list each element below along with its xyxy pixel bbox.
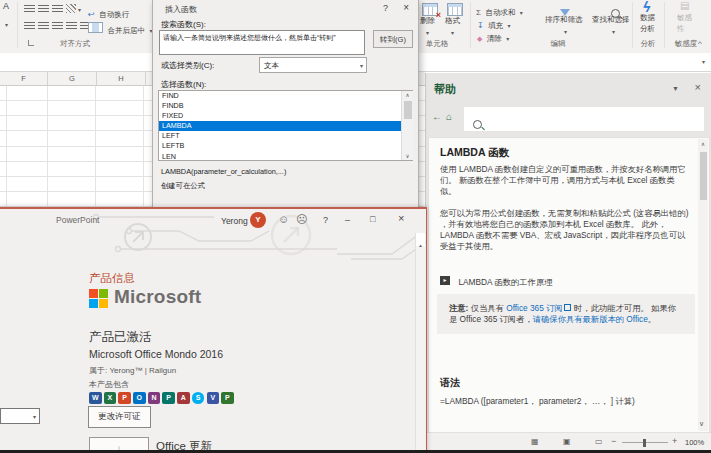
clear-icon: ◆ bbox=[477, 35, 482, 42]
find-select-caret-icon[interactable]: ▾ bbox=[612, 28, 615, 35]
align-top-icon[interactable] bbox=[24, 5, 35, 13]
help-back-icon[interactable]: ← bbox=[432, 111, 442, 122]
logo-square-0 bbox=[89, 289, 98, 298]
column-header-G[interactable]: G bbox=[48, 72, 97, 85]
status-bar: ▦ ▣ ▭ − + 100% bbox=[425, 432, 711, 451]
function-item-left[interactable]: LEFT bbox=[159, 131, 412, 141]
dialog-close-icon[interactable]: × bbox=[403, 2, 409, 13]
search-function-label: 搜索函数(S): bbox=[161, 19, 206, 30]
window-help-icon[interactable]: ? bbox=[323, 215, 328, 225]
orientation-icon[interactable] bbox=[66, 4, 76, 13]
scroll-up-icon[interactable]: ∧ bbox=[698, 141, 708, 147]
user-avatar[interactable]: Y bbox=[250, 212, 266, 228]
function-item-lambda[interactable]: LAMBDA bbox=[159, 121, 412, 131]
help-scrollbar[interactable]: ∧ bbox=[698, 139, 708, 431]
help-scrollbar-thumb[interactable] bbox=[700, 152, 707, 200]
orientation-caret-icon[interactable]: ▾ bbox=[78, 6, 81, 13]
maximize-icon[interactable]: □ bbox=[370, 214, 375, 224]
microsoft-logo-squares bbox=[89, 289, 108, 308]
align-left-icon[interactable] bbox=[24, 22, 35, 30]
function-item-findb[interactable]: FINDB bbox=[159, 101, 412, 111]
collapse-ribbon-icon[interactable]: ^ bbox=[698, 39, 702, 48]
font-caret-icon[interactable]: ▾ bbox=[5, 21, 8, 28]
category-dropdown[interactable]: 文本 ▾ bbox=[259, 57, 367, 73]
editing-group-label: 编辑 bbox=[528, 39, 588, 49]
zoom-out-icon[interactable]: − bbox=[611, 436, 616, 446]
analyze-data-label-1[interactable]: 数据 bbox=[640, 13, 655, 23]
office365-subscription-link[interactable]: Office 365 订阅 bbox=[506, 303, 563, 313]
list-scrollbar-thumb[interactable] bbox=[404, 101, 412, 119]
analysis-group-label: 分析 bbox=[628, 39, 668, 49]
scrollbar-up-icon: ▲ bbox=[418, 243, 422, 248]
frown-feedback-icon[interactable]: ☹ bbox=[296, 213, 307, 226]
delete-caret-icon[interactable]: ▾ bbox=[426, 29, 429, 36]
help-search-icon bbox=[473, 120, 482, 129]
scrollbar-up-box[interactable]: ▲ bbox=[416, 233, 425, 246]
help-paragraph-1: 使用 LAMBDA 函数创建自定义的可重用函数，并按友好名称调用它们。 新函数在… bbox=[440, 164, 690, 197]
page-break-view-icon[interactable]: ▭ bbox=[595, 437, 603, 446]
align-bottom-icon[interactable] bbox=[52, 5, 63, 13]
zoom-slider-thumb[interactable] bbox=[643, 439, 646, 447]
zoom-level[interactable]: 100% bbox=[685, 438, 704, 447]
format-label[interactable]: 格式 bbox=[445, 16, 460, 26]
scroll-down-icon[interactable]: ∨ bbox=[699, 420, 704, 428]
dialog-help-icon[interactable]: ? bbox=[383, 3, 388, 13]
function-list-scrollbar[interactable]: ∧ ∨ bbox=[401, 91, 413, 160]
smiley-feedback-icon[interactable]: ☺ bbox=[278, 213, 289, 225]
function-search-input[interactable]: 请输入一条简短说明来描述您想做什么，然后单击“转到” bbox=[159, 30, 365, 55]
format-caret-icon[interactable]: ▾ bbox=[451, 29, 454, 36]
window-close-icon[interactable]: × bbox=[398, 212, 404, 224]
word-icon: W bbox=[89, 392, 102, 404]
belongs-to: 属于: Yerong™ | Railgun bbox=[89, 365, 176, 376]
list-scroll-down-icon[interactable]: ∨ bbox=[402, 153, 413, 159]
function-item-leftb[interactable]: LEFTB bbox=[159, 141, 412, 151]
user-name[interactable]: Yerong bbox=[221, 216, 248, 226]
latest-version-link[interactable]: 请确保你具有最新版本的 Office bbox=[533, 314, 648, 324]
powerpoint-scrollbar[interactable]: ▲ bbox=[415, 233, 425, 453]
category-caret-icon: ▾ bbox=[360, 62, 363, 69]
office-theme-dropdown[interactable]: ▾ bbox=[0, 408, 40, 424]
font-group-icon[interactable]: A bbox=[3, 1, 9, 11]
help-search-input[interactable] bbox=[464, 107, 704, 131]
function-item-len[interactable]: LEN bbox=[159, 152, 412, 161]
column-header-F[interactable]: F bbox=[0, 72, 48, 85]
wrap-text-label: 自动换行 bbox=[99, 10, 129, 19]
help-pane-menu-icon[interactable]: ▼ bbox=[672, 85, 679, 92]
normal-view-icon[interactable]: ▦ bbox=[531, 437, 539, 446]
zoom-in-icon[interactable]: + bbox=[672, 436, 677, 446]
clear-button[interactable]: ◆ 清除 ▾ bbox=[477, 27, 509, 45]
function-item-fixed[interactable]: FIXED bbox=[159, 111, 412, 121]
analyze-data-label-2[interactable]: 分析 bbox=[640, 24, 655, 34]
alignment-group-label: 对齐方式 bbox=[30, 39, 120, 49]
logo-square-2 bbox=[89, 299, 98, 308]
align-middle-icon[interactable] bbox=[38, 5, 49, 13]
note-text-1: 仅当具有 bbox=[468, 303, 506, 313]
align-center-icon[interactable] bbox=[38, 22, 49, 30]
sort-filter-caret-icon[interactable]: ▾ bbox=[564, 28, 567, 35]
sort-filter-button[interactable]: 排序和筛选 bbox=[545, 15, 583, 25]
sensitivity-label-1[interactable]: 敏感 bbox=[677, 13, 692, 23]
powerpoint-title: PowerPoint bbox=[56, 215, 99, 225]
formula-bar-expand-icon[interactable]: ▾ bbox=[702, 58, 705, 65]
change-license-button[interactable]: 更改许可证 bbox=[88, 406, 151, 428]
function-item-find[interactable]: FIND bbox=[159, 91, 412, 101]
go-button[interactable]: 转到(G) bbox=[373, 30, 413, 48]
help-pane-close-icon[interactable]: × bbox=[695, 81, 701, 93]
help-home-icon[interactable]: ⌂ bbox=[446, 111, 452, 122]
merge-center-button[interactable]: 合并后居中 ▾ bbox=[88, 19, 152, 37]
column-header-H[interactable]: H bbox=[97, 72, 146, 85]
syntax-line: =LAMBDA ([parameter1， parameter2， …， ] 计… bbox=[440, 396, 690, 407]
delete-label[interactable]: 删除 bbox=[420, 16, 435, 26]
help-article: LAMBDA 函数 使用 LAMBDA 函数创建自定义的可重用函数，并按友好名称… bbox=[428, 137, 710, 433]
sensitivity-icon: ▤ bbox=[680, 0, 689, 11]
find-select-button[interactable]: 查找和选择 bbox=[592, 15, 630, 25]
list-scroll-up-icon[interactable]: ∧ bbox=[402, 92, 413, 98]
skype-icon: S bbox=[192, 392, 205, 404]
decrease-indent-icon[interactable] bbox=[66, 22, 77, 30]
align-right-icon[interactable] bbox=[52, 22, 63, 30]
sensitivity-label-2[interactable]: 性 bbox=[677, 24, 685, 34]
page-layout-view-icon[interactable]: ▣ bbox=[563, 437, 571, 446]
help-video-link[interactable]: ▸ LAMBDA 函数的工作原理 bbox=[440, 271, 553, 289]
function-list[interactable]: FINDFINDBFIXEDLAMBDALEFTLEFTBLEN bbox=[158, 90, 413, 161]
minimize-icon[interactable]: – bbox=[345, 215, 350, 225]
